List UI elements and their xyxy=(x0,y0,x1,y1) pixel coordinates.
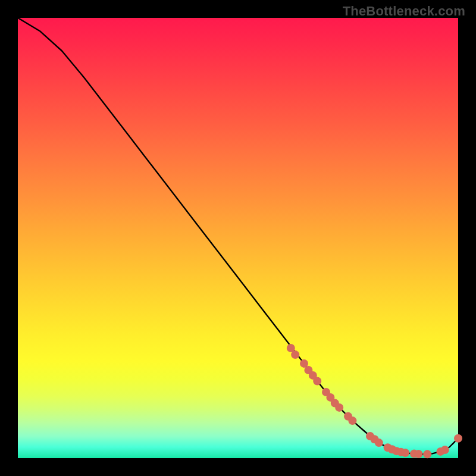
data-point xyxy=(423,450,431,458)
data-point xyxy=(414,450,422,458)
data-point xyxy=(291,350,299,359)
data-point xyxy=(335,403,343,412)
chart-svg xyxy=(18,18,458,458)
data-point xyxy=(375,439,383,447)
data-point xyxy=(401,449,409,457)
bottleneck-curve-line xyxy=(18,18,458,454)
chart-stage: TheBottleneck.com xyxy=(0,0,476,476)
data-point xyxy=(454,434,462,443)
data-point xyxy=(441,446,449,454)
data-point xyxy=(313,377,321,386)
watermark-text: TheBottleneck.com xyxy=(343,4,465,19)
plot-area xyxy=(18,18,458,458)
marker-group xyxy=(287,344,462,458)
data-point xyxy=(348,416,356,425)
